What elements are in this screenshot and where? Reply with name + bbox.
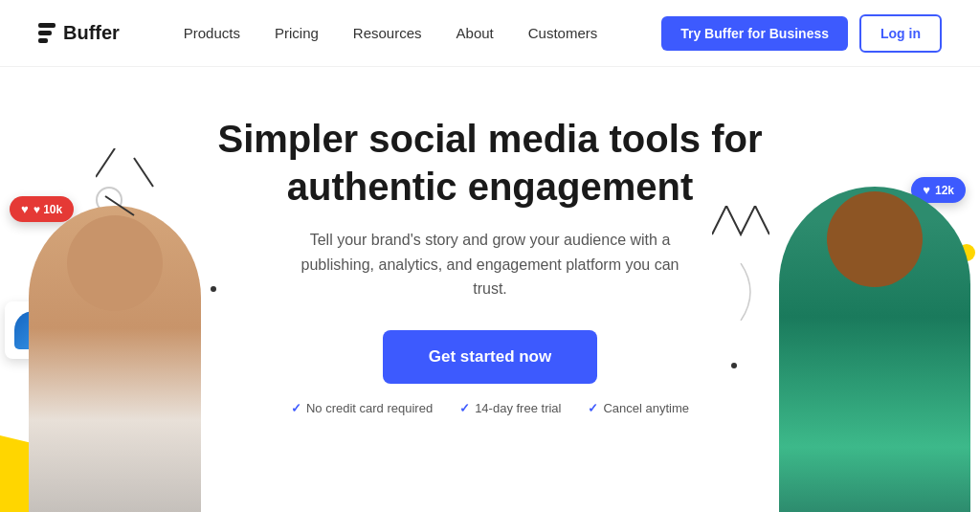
- nav-item-resources[interactable]: Resources: [353, 25, 422, 41]
- hero-title: Simpler social media tools for authentic…: [217, 115, 762, 211]
- header-actions: Try Buffer for Business Log in: [661, 14, 942, 53]
- buffer-logo-icon: [38, 23, 56, 43]
- header: Buffer Products Pricing Resources About …: [0, 0, 980, 67]
- badge-text-1: No credit card required: [306, 401, 433, 415]
- hero-subtitle: Tell your brand's story and grow your au…: [289, 228, 691, 301]
- hero-title-line1: Simpler social media tools for: [217, 118, 762, 160]
- login-button[interactable]: Log in: [859, 14, 942, 53]
- hero-badges: ✓ No credit card required ✓ 14-day free …: [291, 401, 689, 415]
- badge-text-3: Cancel anytime: [603, 401, 689, 415]
- check-icon-3: ✓: [588, 401, 598, 415]
- try-buffer-button[interactable]: Try Buffer for Business: [661, 16, 848, 51]
- badge-text-2: 14-day free trial: [475, 401, 561, 415]
- check-icon-1: ✓: [291, 401, 301, 415]
- nav-item-about[interactable]: About: [457, 25, 494, 41]
- nav-item-pricing[interactable]: Pricing: [275, 25, 319, 41]
- hero-content: Simpler social media tools for authentic…: [0, 67, 980, 415]
- hero-title-line2: authentic engagement: [287, 166, 694, 208]
- logo-text: Buffer: [63, 22, 120, 44]
- nav-item-products[interactable]: Products: [184, 25, 240, 41]
- badge-free-trial: ✓ 14-day free trial: [459, 401, 561, 415]
- get-started-button[interactable]: Get started now: [383, 330, 597, 384]
- badge-no-credit-card: ✓ No credit card required: [291, 401, 433, 415]
- nav-item-customers[interactable]: Customers: [528, 25, 598, 41]
- main-nav: Products Pricing Resources About Custome…: [184, 25, 598, 41]
- logo[interactable]: Buffer: [38, 22, 120, 44]
- hero-section: ♥ ♥ 10k ♥ 12k: [0, 67, 980, 512]
- check-icon-2: ✓: [459, 401, 470, 415]
- badge-cancel: ✓ Cancel anytime: [588, 401, 689, 415]
